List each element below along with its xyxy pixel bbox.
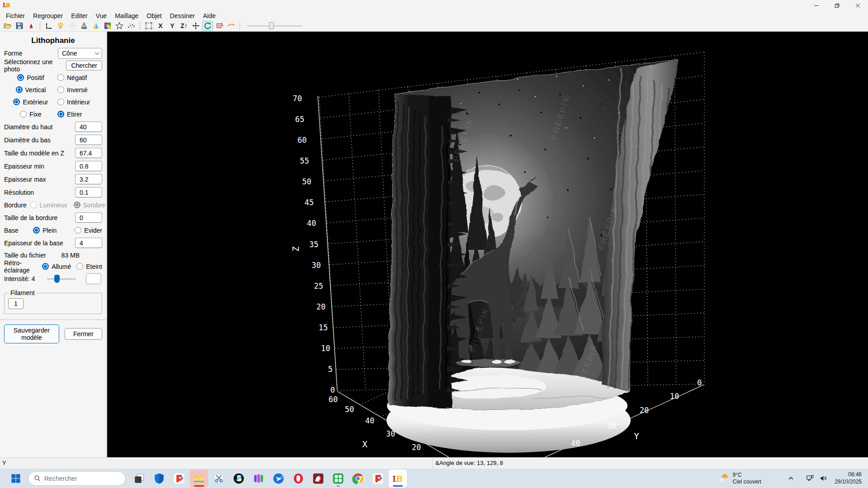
svg-text:Z: Z [291,246,301,251]
radio-exterieur[interactable]: Extérieur [4,99,57,106]
toolbar-cone-solid-icon[interactable] [90,21,101,31]
radio-etirer[interactable]: Etirer [57,111,82,118]
chercher-button[interactable]: Chercher [66,61,102,70]
radio-label: Extérieur [23,99,48,106]
radio-dot [20,111,27,117]
network-icon[interactable] [804,472,816,485]
taskbar-chrome-icon[interactable] [349,469,367,488]
radio-inverse[interactable]: Inversé [57,86,88,94]
forme-dropdown[interactable]: Cône [58,48,102,59]
toolbar-mirror-y-icon[interactable]: Y [167,21,178,31]
toolbar-save-icon[interactable] [14,21,25,31]
scene-canvas[interactable]: FREEPIK FREEPIK FREEPIK FREEPIK FREEPIK … [107,32,868,457]
menu-editer[interactable]: Editer [67,11,92,20]
taskbar-clock[interactable]: 08:46 29/10/2025 [835,471,862,485]
taskbar-task-view-icon[interactable] [130,469,148,488]
weather-widget[interactable]: 9°CCiel couvert [717,472,761,485]
viewport-3d[interactable]: FREEPIK FREEPIK FREEPIK FREEPIK FREEPIK … [107,32,868,457]
radio-positif[interactable]: Positif [4,74,57,81]
toolbar-rotate-icon[interactable] [202,21,213,31]
menu-aide[interactable]: Aide [199,11,220,20]
intensite-slider[interactable] [47,274,76,283]
menu-dessiner[interactable]: Dessiner [166,11,199,20]
start-button[interactable] [8,471,24,486]
menu-vue[interactable]: Vue [92,11,111,20]
toolbar-move-icon[interactable] [190,21,201,31]
radio-label: Etirer [67,111,82,118]
toolbar-axes-icon[interactable] [43,21,54,31]
radio-fixe[interactable]: Fixe [4,111,57,118]
radio-eteint[interactable]: Eteint [76,263,102,270]
taskbar-opera-icon[interactable] [289,469,307,488]
status-view-angle: &Angle de vue: 13, 129, 8 [435,460,503,466]
minimize-button[interactable] [806,0,826,11]
taskbar-snipping-icon[interactable] [210,469,228,488]
input-epaisseur-max[interactable] [75,174,102,184]
input-diametre-du-haut[interactable] [75,122,102,132]
toolbar-separator [40,22,40,30]
toolbar-select-rect-icon[interactable] [143,21,154,31]
taskbar-flashprint2-icon[interactable] [369,469,387,488]
input-taille-du-modele-en-z[interactable] [75,148,102,158]
radio-dot [57,86,64,93]
fermer-button[interactable]: Fermer [65,328,102,340]
input-epaisseur-min[interactable] [75,161,102,171]
toolbar-star-icon[interactable] [114,21,125,31]
toolbar-mirror-x-icon[interactable]: X [155,21,166,31]
radio-interieur[interactable]: Intérieur [57,99,90,106]
input-resolution[interactable] [75,187,102,197]
taskbar-flashprint-icon[interactable] [170,469,188,488]
toolbar-scale-z-icon[interactable]: Z↑ [179,21,189,31]
slider-thumb[interactable] [54,275,60,283]
taskbar-thunderbird-icon[interactable] [269,469,288,488]
menu-maillage[interactable]: Maillage [111,11,142,20]
menu-fichier[interactable]: Fichier [2,11,29,20]
close-button[interactable] [847,0,868,11]
menu-regrouper[interactable]: Regrouper [29,11,67,20]
tray-chevron-up-icon[interactable] [785,472,797,485]
input-diametre-du-bas[interactable] [75,135,102,145]
chevron-down-icon [95,50,99,55]
radio-allume[interactable]: Allumé [42,263,71,270]
toolbar-points-icon[interactable] [126,21,137,31]
radio-negatif[interactable]: Négatif [57,74,87,81]
input-taille-de-la-bordure[interactable] [75,212,102,223]
save-model-button[interactable]: Sauvegarder modèle [4,324,59,343]
search-input[interactable] [44,475,112,482]
taskbar-lithobox-icon[interactable]: LB [389,469,407,488]
toolbar-cone-wire-icon[interactable] [79,21,90,31]
toolbar-separator [140,22,140,30]
radio-row-positif: PositifNégatif [0,71,106,84]
radio-evider[interactable]: Evider [75,227,102,234]
toolbar-rotate-object-icon[interactable] [214,21,225,31]
toolbar-cone-marker-icon[interactable] [26,21,37,31]
toolbar-open-icon[interactable] [2,21,13,31]
forme-value: Cône [62,50,77,57]
taskbar-dragon-icon[interactable] [309,469,327,488]
label-resolution: Résolution [4,189,34,196]
taskbar-explorer-icon[interactable] [190,469,208,488]
filament-button[interactable]: 1 [8,298,24,309]
restore-button[interactable] [826,0,847,11]
radio-label: Inversé [67,86,88,94]
menu-objet[interactable]: Objet [142,11,165,20]
taskbar: LB 9°CCiel couvert 08:46 29/10/2025 [0,469,868,488]
radio-vertical[interactable]: Vertical [4,86,57,94]
input-epaisseur-de-la-base[interactable] [75,238,102,248]
taskbar-bambu-icon[interactable] [230,469,248,488]
zoom-thumb[interactable] [269,22,274,29]
radio-dot [30,202,37,208]
intensite-value-box[interactable] [86,273,101,284]
toolbar-bulb-icon[interactable] [55,21,66,31]
toolbar-view-undo-icon[interactable] [226,21,236,31]
search-box[interactable] [28,471,126,486]
taskbar-defender-icon[interactable] [150,469,168,488]
filament-group: Filament 1 [4,289,102,314]
volume-icon[interactable] [817,472,830,485]
zoom-slider[interactable] [247,21,302,30]
toolbar-texture-icon[interactable] [102,21,113,31]
taskbar-greengrid-icon[interactable] [329,469,347,488]
radio-plein[interactable]: Plein [33,227,57,234]
status-separator [432,459,433,468]
taskbar-prism-icon[interactable] [250,469,268,488]
